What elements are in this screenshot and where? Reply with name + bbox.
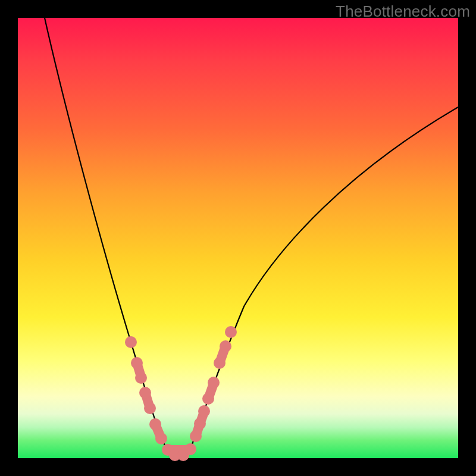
svg-point-18: [225, 326, 237, 338]
svg-point-3: [139, 387, 151, 399]
svg-point-6: [155, 433, 167, 444]
svg-point-5: [149, 418, 161, 430]
curve-left-arm: [45, 18, 167, 449]
svg-point-15: [208, 377, 220, 389]
svg-point-16: [214, 357, 226, 369]
svg-point-14: [202, 393, 214, 405]
curve-right-arm: [190, 107, 458, 449]
plot-area: [18, 18, 458, 458]
svg-point-0: [125, 336, 137, 348]
svg-point-2: [135, 372, 147, 384]
curve-svg: [18, 18, 458, 458]
svg-point-13: [198, 405, 210, 417]
outer-frame: TheBottleneck.com: [0, 0, 476, 476]
marker-dots: [125, 326, 237, 461]
svg-point-1: [131, 357, 143, 369]
svg-point-10: [184, 443, 196, 455]
watermark-text: TheBottleneck.com: [336, 2, 470, 21]
svg-point-4: [144, 402, 156, 414]
svg-point-17: [220, 340, 231, 352]
svg-point-11: [190, 430, 202, 442]
svg-point-12: [194, 418, 206, 430]
